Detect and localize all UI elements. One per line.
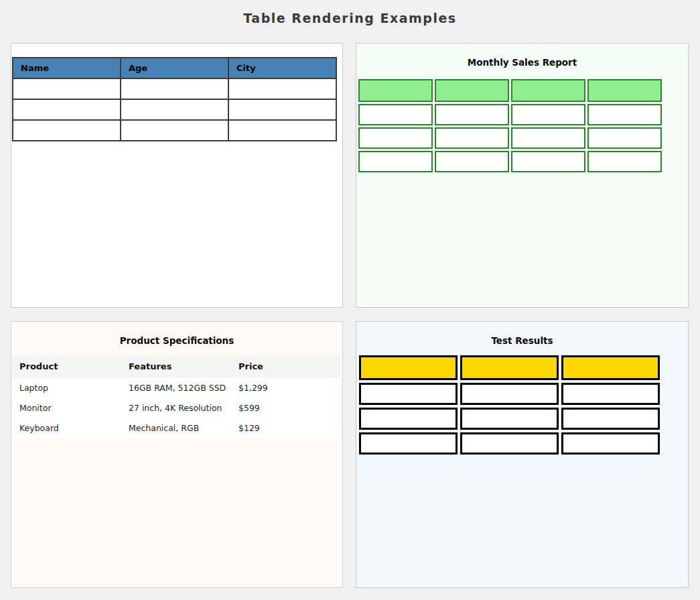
empty-cell: [511, 104, 585, 125]
sales-table: [356, 77, 664, 174]
empty-cell: [121, 99, 228, 120]
empty-cell: [435, 151, 509, 172]
table-row: [359, 432, 660, 455]
empty-cell: [13, 120, 121, 141]
empty-cell: [359, 408, 458, 430]
empty-cell: [13, 78, 121, 99]
table-row: [358, 127, 662, 149]
product-name-cell: Keyboard: [12, 418, 121, 438]
empty-cell: [460, 432, 559, 455]
page-title: Table Rendering Examples: [0, 0, 700, 25]
empty-cell: [228, 99, 336, 120]
panels-grid: Name Age City: [11, 43, 689, 588]
product-features-cell: Mechanical, RGB: [121, 418, 231, 438]
table-row: [359, 408, 660, 430]
table-row: [13, 78, 336, 99]
sales-header-row: [358, 79, 662, 102]
panel-basic-table: Name Age City: [11, 43, 343, 308]
empty-cell: [587, 104, 662, 125]
product-price-cell: $599: [231, 398, 340, 418]
product-price-cell: $129: [231, 418, 340, 438]
basic-table-header-row: Name Age City: [13, 58, 336, 78]
empty-cell: [359, 432, 458, 455]
empty-header-cell: [358, 79, 433, 102]
empty-cell: [358, 127, 433, 149]
empty-header-cell: [460, 355, 559, 380]
basic-col-age: Age: [121, 58, 228, 78]
basic-table: Name Age City: [12, 57, 337, 141]
table-row: [13, 120, 336, 141]
sales-title: Monthly Sales Report: [356, 57, 688, 68]
empty-header-cell: [587, 79, 662, 102]
empty-cell: [228, 78, 336, 99]
empty-cell: [460, 408, 559, 430]
empty-cell: [358, 104, 433, 125]
tests-title: Test Results: [356, 335, 688, 347]
empty-cell: [121, 78, 228, 99]
table-row: [13, 99, 336, 120]
empty-cell: [228, 120, 336, 141]
panel-monthly-sales: Monthly Sales Report: [356, 43, 689, 308]
basic-col-name: Name: [13, 58, 121, 78]
empty-cell: [587, 127, 662, 149]
empty-cell: [435, 127, 509, 149]
empty-cell: [561, 408, 660, 430]
empty-cell: [511, 151, 585, 172]
product-name-cell: Monitor: [12, 398, 121, 418]
table-row: Laptop 16GB RAM, 512GB SSD $1,299: [12, 378, 340, 398]
empty-cell: [435, 104, 509, 125]
empty-header-cell: [511, 79, 585, 102]
panel-test-results: Test Results: [356, 321, 689, 588]
empty-cell: [587, 151, 662, 172]
product-features-cell: 16GB RAM, 512GB SSD: [121, 378, 231, 398]
product-price-cell: $1,299: [231, 378, 340, 398]
empty-cell: [561, 432, 660, 455]
empty-header-cell: [435, 79, 509, 102]
empty-cell: [561, 383, 660, 405]
table-row: [358, 151, 662, 172]
table-row: Keyboard Mechanical, RGB $129: [12, 418, 340, 438]
table-row: [358, 104, 662, 125]
tests-header-row: [359, 355, 660, 380]
basic-col-city: City: [228, 58, 336, 78]
empty-header-cell: [359, 355, 458, 380]
table-row: [359, 383, 660, 405]
products-table: Product Features Price Laptop 16GB RAM, …: [12, 355, 340, 438]
empty-cell: [511, 127, 585, 149]
product-name-cell: Laptop: [12, 378, 121, 398]
empty-cell: [359, 383, 458, 405]
empty-cell: [358, 151, 433, 172]
tests-table: [356, 353, 662, 457]
products-header-row: Product Features Price: [12, 355, 340, 378]
empty-cell: [460, 383, 559, 405]
products-title: Product Specifications: [11, 335, 342, 347]
product-features-cell: 27 inch, 4K Resolution: [121, 398, 231, 418]
table-row: Monitor 27 inch, 4K Resolution $599: [12, 398, 340, 418]
empty-cell: [121, 120, 228, 141]
panel-product-specifications: Product Specifications Product Features …: [11, 321, 343, 588]
products-col-price: Price: [231, 355, 340, 378]
empty-header-cell: [561, 355, 660, 380]
products-col-product: Product: [12, 355, 121, 378]
products-col-features: Features: [121, 355, 231, 378]
empty-cell: [13, 99, 121, 120]
